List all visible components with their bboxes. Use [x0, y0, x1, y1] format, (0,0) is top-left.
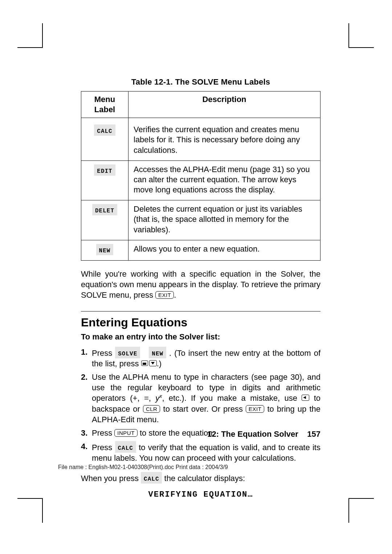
lcd-message: VERIFYING EQUATION…	[148, 490, 253, 499]
step-text: Press	[92, 349, 115, 358]
crop-mark	[348, 498, 349, 523]
para-text: While you're working with a specific equ…	[81, 269, 320, 300]
crop-mark	[348, 23, 349, 48]
step-number: 2.	[81, 372, 92, 424]
after-text: When you press	[81, 474, 141, 483]
hardkey-exit: EXIT	[155, 291, 174, 299]
shift-key-icon	[141, 360, 148, 366]
table-cell-label: DELET	[81, 200, 128, 240]
after-text: the calculator displays:	[164, 474, 245, 483]
divider	[81, 311, 320, 311]
step-number: 1.	[81, 347, 92, 369]
softkey-edit: EDIT	[94, 164, 115, 176]
lcd-message-line: VERIFYING EQUATION…	[81, 490, 320, 499]
step-number: 4.	[81, 441, 92, 463]
crop-mark	[348, 498, 374, 499]
table-cell-desc: Deletes the current equation or just its…	[128, 200, 320, 240]
table-header-row: Menu Label Description	[81, 91, 320, 118]
list-item: 1. Press SOLVE NEW . (To insert the new …	[81, 347, 320, 369]
math-y: y	[155, 394, 159, 403]
down-arrow-key-icon	[149, 360, 157, 366]
page: Table 12-1. The SOLVE Menu Labels Menu L…	[0, 0, 392, 554]
softkey-calc: CALC	[115, 441, 136, 453]
steps-list: 1. Press SOLVE NEW . (To insert the new …	[81, 347, 320, 463]
footer-page-number: 157	[307, 429, 320, 439]
footer-chapter: 12: The Equation Solver	[207, 429, 298, 439]
softkey-calc: CALC	[94, 125, 115, 136]
step-text: .)	[157, 359, 162, 368]
table-row: EDIT Accesses the ALPHA-Edit menu (page …	[81, 160, 320, 200]
crop-mark	[17, 498, 43, 499]
step-text: Press	[92, 443, 115, 452]
list-item: 2. Use the ALPHA menu to type in charact…	[81, 372, 320, 424]
softkey-delet: DELET	[92, 204, 117, 215]
crop-mark	[42, 498, 43, 523]
table-cell-desc: Verifies the current equation and create…	[128, 118, 320, 160]
hardkey-clr: CLR	[143, 405, 160, 413]
backspace-key-icon	[302, 395, 309, 401]
paragraph-after-steps: When you press CALC the calculator displ…	[81, 472, 320, 484]
step-text: , etc.). If you make a mistake, use	[162, 394, 302, 403]
table-row: DELET Deletes the current equation or ju…	[81, 200, 320, 240]
softkey-solve: SOLVE	[115, 347, 140, 358]
page-footer: 12: The Equation Solver 157	[81, 429, 320, 439]
crop-mark	[42, 23, 43, 48]
table-caption: Table 12-1. The SOLVE Menu Labels	[81, 77, 320, 87]
shift-down-key-combo	[141, 360, 157, 366]
paragraph-solve-menu: While you're working with a specific equ…	[81, 269, 320, 300]
table-header-description: Description	[128, 91, 320, 118]
crop-mark	[348, 47, 374, 48]
solve-menu-table: Menu Label Description CALC Verifies the…	[81, 91, 320, 261]
crop-mark	[17, 47, 43, 48]
table-cell-desc: Allows you to enter a new equation.	[128, 240, 320, 260]
table-header-menu-label: Menu Label	[81, 91, 128, 118]
table-cell-label: CALC	[81, 118, 128, 160]
section-heading: Entering Equations	[81, 316, 320, 329]
para-text: .	[174, 290, 176, 300]
softkey-new: NEW	[149, 347, 166, 358]
softkey-new: NEW	[96, 244, 114, 255]
table-cell-label: EDIT	[81, 160, 128, 200]
table-row: CALC Verifies the current equation and c…	[81, 118, 320, 160]
print-metadata: File name : English-M02-1-040308(Print).…	[58, 464, 228, 471]
table-cell-desc: Accesses the ALPHA-Edit menu (page 31) s…	[128, 160, 320, 200]
softkey-calc: CALC	[141, 472, 162, 484]
subheading: To make an entry into the Solver list:	[81, 332, 320, 342]
step-text: to start over. Or press	[163, 404, 246, 414]
table-cell-label: NEW	[81, 240, 128, 260]
hardkey-exit: EXIT	[246, 405, 264, 413]
list-item: 4. Press CALC to verify that the equatio…	[81, 441, 320, 463]
table-row: NEW Allows you to enter a new equation.	[81, 240, 320, 260]
